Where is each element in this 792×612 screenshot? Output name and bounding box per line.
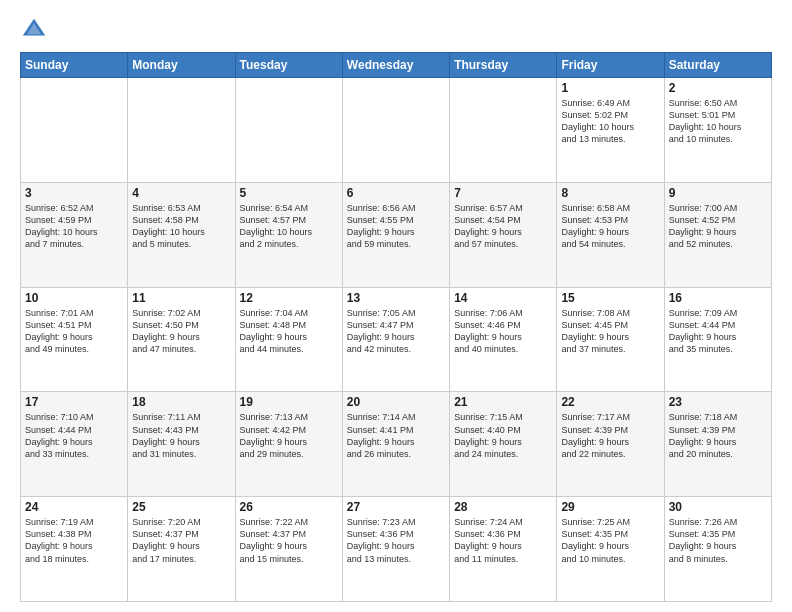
calendar-cell bbox=[450, 78, 557, 183]
calendar-cell: 15Sunrise: 7:08 AM Sunset: 4:45 PM Dayli… bbox=[557, 287, 664, 392]
logo-icon bbox=[20, 16, 48, 44]
day-number: 14 bbox=[454, 291, 552, 305]
day-number: 2 bbox=[669, 81, 767, 95]
calendar-cell: 22Sunrise: 7:17 AM Sunset: 4:39 PM Dayli… bbox=[557, 392, 664, 497]
day-info: Sunrise: 6:57 AM Sunset: 4:54 PM Dayligh… bbox=[454, 202, 552, 251]
day-info: Sunrise: 7:04 AM Sunset: 4:48 PM Dayligh… bbox=[240, 307, 338, 356]
day-info: Sunrise: 7:26 AM Sunset: 4:35 PM Dayligh… bbox=[669, 516, 767, 565]
day-number: 22 bbox=[561, 395, 659, 409]
calendar-cell bbox=[235, 78, 342, 183]
calendar-cell: 12Sunrise: 7:04 AM Sunset: 4:48 PM Dayli… bbox=[235, 287, 342, 392]
day-info: Sunrise: 7:17 AM Sunset: 4:39 PM Dayligh… bbox=[561, 411, 659, 460]
calendar-cell: 18Sunrise: 7:11 AM Sunset: 4:43 PM Dayli… bbox=[128, 392, 235, 497]
day-info: Sunrise: 7:25 AM Sunset: 4:35 PM Dayligh… bbox=[561, 516, 659, 565]
calendar-cell bbox=[21, 78, 128, 183]
weekday-header-saturday: Saturday bbox=[664, 53, 771, 78]
weekday-header-sunday: Sunday bbox=[21, 53, 128, 78]
calendar-table: SundayMondayTuesdayWednesdayThursdayFrid… bbox=[20, 52, 772, 602]
day-info: Sunrise: 6:54 AM Sunset: 4:57 PM Dayligh… bbox=[240, 202, 338, 251]
day-info: Sunrise: 7:08 AM Sunset: 4:45 PM Dayligh… bbox=[561, 307, 659, 356]
day-number: 15 bbox=[561, 291, 659, 305]
day-number: 17 bbox=[25, 395, 123, 409]
day-info: Sunrise: 7:09 AM Sunset: 4:44 PM Dayligh… bbox=[669, 307, 767, 356]
week-row-2: 3Sunrise: 6:52 AM Sunset: 4:59 PM Daylig… bbox=[21, 182, 772, 287]
calendar-cell: 5Sunrise: 6:54 AM Sunset: 4:57 PM Daylig… bbox=[235, 182, 342, 287]
week-row-3: 10Sunrise: 7:01 AM Sunset: 4:51 PM Dayli… bbox=[21, 287, 772, 392]
calendar-body: 1Sunrise: 6:49 AM Sunset: 5:02 PM Daylig… bbox=[21, 78, 772, 602]
day-number: 28 bbox=[454, 500, 552, 514]
day-number: 20 bbox=[347, 395, 445, 409]
calendar-cell: 24Sunrise: 7:19 AM Sunset: 4:38 PM Dayli… bbox=[21, 497, 128, 602]
calendar-cell: 19Sunrise: 7:13 AM Sunset: 4:42 PM Dayli… bbox=[235, 392, 342, 497]
day-number: 19 bbox=[240, 395, 338, 409]
day-info: Sunrise: 7:06 AM Sunset: 4:46 PM Dayligh… bbox=[454, 307, 552, 356]
logo bbox=[20, 16, 52, 44]
calendar-cell: 28Sunrise: 7:24 AM Sunset: 4:36 PM Dayli… bbox=[450, 497, 557, 602]
calendar-cell: 23Sunrise: 7:18 AM Sunset: 4:39 PM Dayli… bbox=[664, 392, 771, 497]
day-info: Sunrise: 7:11 AM Sunset: 4:43 PM Dayligh… bbox=[132, 411, 230, 460]
calendar-cell: 29Sunrise: 7:25 AM Sunset: 4:35 PM Dayli… bbox=[557, 497, 664, 602]
day-info: Sunrise: 7:01 AM Sunset: 4:51 PM Dayligh… bbox=[25, 307, 123, 356]
calendar-cell: 8Sunrise: 6:58 AM Sunset: 4:53 PM Daylig… bbox=[557, 182, 664, 287]
weekday-header-monday: Monday bbox=[128, 53, 235, 78]
day-info: Sunrise: 7:00 AM Sunset: 4:52 PM Dayligh… bbox=[669, 202, 767, 251]
day-number: 10 bbox=[25, 291, 123, 305]
calendar-cell: 14Sunrise: 7:06 AM Sunset: 4:46 PM Dayli… bbox=[450, 287, 557, 392]
day-info: Sunrise: 7:10 AM Sunset: 4:44 PM Dayligh… bbox=[25, 411, 123, 460]
day-info: Sunrise: 6:49 AM Sunset: 5:02 PM Dayligh… bbox=[561, 97, 659, 146]
day-number: 29 bbox=[561, 500, 659, 514]
day-info: Sunrise: 7:15 AM Sunset: 4:40 PM Dayligh… bbox=[454, 411, 552, 460]
weekday-header-wednesday: Wednesday bbox=[342, 53, 449, 78]
calendar-cell bbox=[342, 78, 449, 183]
day-number: 21 bbox=[454, 395, 552, 409]
calendar-cell: 27Sunrise: 7:23 AM Sunset: 4:36 PM Dayli… bbox=[342, 497, 449, 602]
day-number: 11 bbox=[132, 291, 230, 305]
day-info: Sunrise: 6:50 AM Sunset: 5:01 PM Dayligh… bbox=[669, 97, 767, 146]
day-info: Sunrise: 7:05 AM Sunset: 4:47 PM Dayligh… bbox=[347, 307, 445, 356]
page: SundayMondayTuesdayWednesdayThursdayFrid… bbox=[0, 0, 792, 612]
calendar-cell: 11Sunrise: 7:02 AM Sunset: 4:50 PM Dayli… bbox=[128, 287, 235, 392]
day-number: 7 bbox=[454, 186, 552, 200]
calendar-cell: 20Sunrise: 7:14 AM Sunset: 4:41 PM Dayli… bbox=[342, 392, 449, 497]
day-number: 6 bbox=[347, 186, 445, 200]
calendar-header: SundayMondayTuesdayWednesdayThursdayFrid… bbox=[21, 53, 772, 78]
day-info: Sunrise: 7:19 AM Sunset: 4:38 PM Dayligh… bbox=[25, 516, 123, 565]
weekday-header-row: SundayMondayTuesdayWednesdayThursdayFrid… bbox=[21, 53, 772, 78]
calendar-cell: 13Sunrise: 7:05 AM Sunset: 4:47 PM Dayli… bbox=[342, 287, 449, 392]
day-number: 25 bbox=[132, 500, 230, 514]
day-number: 30 bbox=[669, 500, 767, 514]
day-info: Sunrise: 7:14 AM Sunset: 4:41 PM Dayligh… bbox=[347, 411, 445, 460]
week-row-1: 1Sunrise: 6:49 AM Sunset: 5:02 PM Daylig… bbox=[21, 78, 772, 183]
day-number: 16 bbox=[669, 291, 767, 305]
week-row-4: 17Sunrise: 7:10 AM Sunset: 4:44 PM Dayli… bbox=[21, 392, 772, 497]
day-number: 4 bbox=[132, 186, 230, 200]
calendar-cell: 1Sunrise: 6:49 AM Sunset: 5:02 PM Daylig… bbox=[557, 78, 664, 183]
weekday-header-thursday: Thursday bbox=[450, 53, 557, 78]
day-info: Sunrise: 7:22 AM Sunset: 4:37 PM Dayligh… bbox=[240, 516, 338, 565]
calendar-cell: 3Sunrise: 6:52 AM Sunset: 4:59 PM Daylig… bbox=[21, 182, 128, 287]
day-info: Sunrise: 7:20 AM Sunset: 4:37 PM Dayligh… bbox=[132, 516, 230, 565]
calendar-cell: 10Sunrise: 7:01 AM Sunset: 4:51 PM Dayli… bbox=[21, 287, 128, 392]
calendar-cell: 4Sunrise: 6:53 AM Sunset: 4:58 PM Daylig… bbox=[128, 182, 235, 287]
header bbox=[20, 16, 772, 44]
calendar-cell: 16Sunrise: 7:09 AM Sunset: 4:44 PM Dayli… bbox=[664, 287, 771, 392]
day-info: Sunrise: 6:58 AM Sunset: 4:53 PM Dayligh… bbox=[561, 202, 659, 251]
day-info: Sunrise: 7:24 AM Sunset: 4:36 PM Dayligh… bbox=[454, 516, 552, 565]
calendar-cell: 7Sunrise: 6:57 AM Sunset: 4:54 PM Daylig… bbox=[450, 182, 557, 287]
weekday-header-friday: Friday bbox=[557, 53, 664, 78]
calendar-cell: 2Sunrise: 6:50 AM Sunset: 5:01 PM Daylig… bbox=[664, 78, 771, 183]
day-number: 3 bbox=[25, 186, 123, 200]
calendar-cell: 30Sunrise: 7:26 AM Sunset: 4:35 PM Dayli… bbox=[664, 497, 771, 602]
day-info: Sunrise: 7:18 AM Sunset: 4:39 PM Dayligh… bbox=[669, 411, 767, 460]
day-info: Sunrise: 7:02 AM Sunset: 4:50 PM Dayligh… bbox=[132, 307, 230, 356]
calendar-cell bbox=[128, 78, 235, 183]
day-number: 9 bbox=[669, 186, 767, 200]
day-number: 12 bbox=[240, 291, 338, 305]
day-number: 26 bbox=[240, 500, 338, 514]
calendar-cell: 9Sunrise: 7:00 AM Sunset: 4:52 PM Daylig… bbox=[664, 182, 771, 287]
day-number: 5 bbox=[240, 186, 338, 200]
day-info: Sunrise: 7:13 AM Sunset: 4:42 PM Dayligh… bbox=[240, 411, 338, 460]
day-info: Sunrise: 6:53 AM Sunset: 4:58 PM Dayligh… bbox=[132, 202, 230, 251]
day-info: Sunrise: 6:56 AM Sunset: 4:55 PM Dayligh… bbox=[347, 202, 445, 251]
day-number: 23 bbox=[669, 395, 767, 409]
